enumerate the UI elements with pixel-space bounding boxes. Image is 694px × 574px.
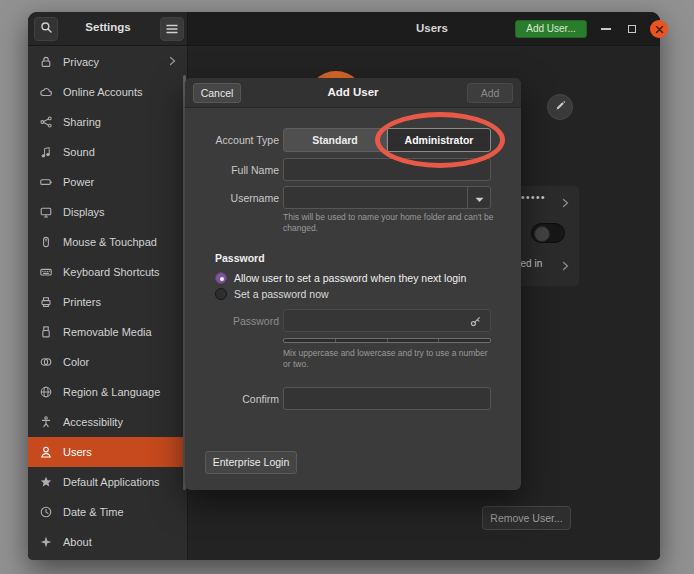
sidebar-item-label: Power xyxy=(63,176,94,188)
sidebar-item-removable-media[interactable]: Removable Media xyxy=(28,317,187,347)
radio-next-login[interactable]: Allow user to set a password when they n… xyxy=(215,271,466,285)
sidebar-item-default-applications[interactable]: Default Applications xyxy=(28,467,187,497)
sidebar-item-region-language[interactable]: Region & Language xyxy=(28,377,187,407)
sidebar-item-mouse-touchpad[interactable]: Mouse & Touchpad xyxy=(28,227,187,257)
globe-icon xyxy=(38,385,54,399)
close-button[interactable] xyxy=(650,20,668,38)
add-user-header-button[interactable]: Add User... xyxy=(515,20,587,38)
sidebar-item-label: Color xyxy=(63,356,89,368)
sidebar-item-label: Printers xyxy=(63,296,101,308)
pencil-icon xyxy=(554,98,566,116)
cancel-button[interactable]: Cancel xyxy=(193,83,241,103)
battery-icon xyxy=(38,175,54,189)
sidebar-item-power[interactable]: Power xyxy=(28,167,187,197)
flash-drive-icon xyxy=(38,325,54,339)
sidebar-item-label: Privacy xyxy=(63,56,99,68)
username-label: Username xyxy=(195,186,279,210)
chevron-right-icon xyxy=(167,56,177,68)
sidebar-item-accessibility[interactable]: Accessibility xyxy=(28,407,187,437)
sidebar-item-label: Users xyxy=(63,446,92,458)
full-name-label: Full Name xyxy=(195,158,279,182)
lock-icon xyxy=(38,55,54,69)
confirm-label: Confirm xyxy=(195,387,279,411)
hamburger-icon xyxy=(166,20,178,38)
chevron-right-icon xyxy=(560,194,570,212)
sidebar-item-label: Sound xyxy=(63,146,95,158)
sidebar-item-label: Displays xyxy=(63,206,105,218)
clock-icon xyxy=(38,505,54,519)
annotation-ellipse xyxy=(375,112,505,168)
password-section-heading: Password xyxy=(215,252,265,264)
user-icon xyxy=(38,445,54,459)
sidebar-item-label: Mouse & Touchpad xyxy=(63,236,157,248)
radio-next-login-label: Allow user to set a password when they n… xyxy=(234,272,466,284)
add-button[interactable]: Add xyxy=(467,83,513,103)
monitor-icon xyxy=(38,205,54,219)
accessibility-icon xyxy=(38,415,54,429)
radio-set-now[interactable]: Set a password now xyxy=(215,287,329,301)
mouse-icon xyxy=(38,235,54,249)
sidebar-item-color[interactable]: Color xyxy=(28,347,187,377)
cloud-icon xyxy=(38,85,54,99)
close-icon xyxy=(655,20,664,38)
radio-set-now-label: Set a password now xyxy=(234,288,329,300)
add-user-dialog: Cancel Add User Add Account Type Standar… xyxy=(185,78,521,490)
sidebar-item-label: Removable Media xyxy=(63,326,152,338)
account-type-label: Account Type xyxy=(195,128,279,152)
color-icon xyxy=(38,355,54,369)
sidebar-item-online-accounts[interactable]: Online Accounts xyxy=(28,77,187,107)
sidebar-list: Privacy Online Accounts Sharing Sound Po… xyxy=(28,47,187,557)
username-dropdown-button[interactable] xyxy=(467,186,491,209)
chevron-right-icon xyxy=(560,257,570,275)
sidebar-item-date-time[interactable]: Date & Time xyxy=(28,497,187,527)
standard-button[interactable]: Standard xyxy=(283,128,387,152)
radio-unselected-icon xyxy=(215,288,227,300)
username-input[interactable] xyxy=(283,186,491,209)
sidebar-item-users[interactable]: Users xyxy=(28,437,187,467)
starburst-icon xyxy=(38,535,54,549)
automatic-login-toggle[interactable] xyxy=(531,223,565,243)
music-note-icon xyxy=(38,145,54,159)
desktop: Settings Users Add User... Privacy Onlin… xyxy=(0,0,694,574)
minimize-icon[interactable] xyxy=(601,28,611,30)
sidebar-item-label: About xyxy=(63,536,92,548)
sidebar-item-sound[interactable]: Sound xyxy=(28,137,187,167)
keyboard-icon xyxy=(38,265,54,279)
sidebar-item-displays[interactable]: Displays xyxy=(28,197,187,227)
sidebar-item-label: Online Accounts xyxy=(63,86,143,98)
sidebar-item-label: Sharing xyxy=(63,116,101,128)
enterprise-login-button[interactable]: Enterprise Login xyxy=(205,451,297,474)
toggle-knob xyxy=(534,226,550,242)
password-strength-bar xyxy=(283,338,491,343)
edit-avatar-button[interactable] xyxy=(547,94,573,120)
confirm-input[interactable] xyxy=(283,387,491,410)
page-title: Users xyxy=(402,22,462,34)
sidebar-item-about[interactable]: About xyxy=(28,527,187,557)
maximize-icon[interactable] xyxy=(628,25,636,33)
sidebar-item-keyboard-shortcuts[interactable]: Keyboard Shortcuts xyxy=(28,257,187,287)
password-hint: Mix uppercase and lowercase and try to u… xyxy=(283,348,495,370)
share-icon xyxy=(38,115,54,129)
settings-window: Settings Users Add User... Privacy Onlin… xyxy=(28,12,660,560)
sidebar-item-label: Region & Language xyxy=(63,386,160,398)
sidebar-item-label: Accessibility xyxy=(63,416,123,428)
dialog-title: Add User xyxy=(241,86,465,98)
sidebar-item-sharing[interactable]: Sharing xyxy=(28,107,187,137)
sidebar-item-printers[interactable]: Printers xyxy=(28,287,187,317)
sidebar-item-label: Keyboard Shortcuts xyxy=(63,266,160,278)
menu-button[interactable] xyxy=(160,17,184,41)
star-icon xyxy=(38,475,54,489)
radio-selected-icon xyxy=(215,272,227,284)
username-hint: This will be used to name your home fold… xyxy=(283,212,495,234)
remove-user-button[interactable]: Remove User... xyxy=(482,506,571,530)
password-input[interactable] xyxy=(283,309,491,332)
chevron-down-icon xyxy=(475,189,484,207)
generate-password-key-icon[interactable] xyxy=(469,314,482,332)
password-field-label: Password xyxy=(195,309,279,333)
sidebar-item-label: Default Applications xyxy=(63,476,160,488)
sidebar-item-label: Date & Time xyxy=(63,506,124,518)
printer-icon xyxy=(38,295,54,309)
password-dots: ••••• xyxy=(521,192,546,203)
sidebar-item-privacy[interactable]: Privacy xyxy=(28,47,187,77)
